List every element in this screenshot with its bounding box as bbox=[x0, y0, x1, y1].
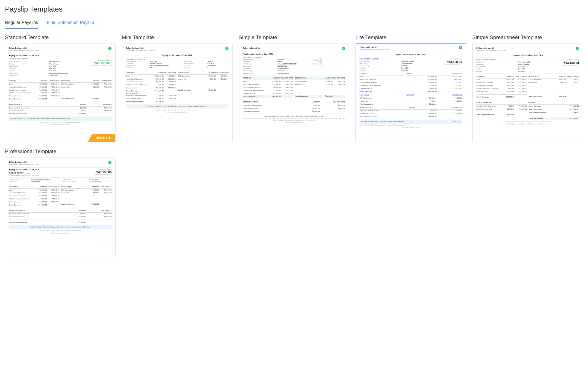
value: 28 bbox=[318, 58, 323, 62]
col-header: EARNINGS bbox=[126, 72, 151, 74]
cell: Total Reimbursements bbox=[360, 116, 411, 118]
cell: ₹3,000.00 bbox=[554, 79, 566, 81]
cell: Children education Allowance bbox=[477, 88, 502, 90]
netpay-sub: Paid Days : 28 | LOP Days : 03 bbox=[94, 174, 111, 176]
cell: ₹ 75,000.00 bbox=[437, 76, 462, 78]
template-card-spreadsheet[interactable]: Zylker India pvt. ltd 14 Elm Street Chen… bbox=[472, 43, 583, 142]
col-header: EARNINGS bbox=[243, 77, 268, 79]
value: Software Engineer bbox=[150, 63, 182, 65]
cell: House Rent Allowance bbox=[9, 86, 34, 88]
total-net-payable: Total Net Payable ₹43,150.00 (Rupees For… bbox=[9, 117, 111, 121]
template-card-standard[interactable]: Zylker India pvt. ltd 14 Elm Street Chen… bbox=[5, 43, 116, 142]
cell: ₹850.00 bbox=[554, 82, 566, 84]
cell: ₹18,000.00 bbox=[514, 91, 527, 93]
payslip-preview: Zylker India pvt. ltd 14 Elm Street Chen… bbox=[5, 44, 115, 129]
col-header: AMOUNT bbox=[320, 77, 333, 79]
tab-final-settlement-payslip[interactable]: Final Settlement Payslip bbox=[47, 20, 94, 29]
cell: ₹9,000.00 bbox=[437, 82, 462, 84]
cell: ₹3,000.00 bbox=[203, 75, 216, 77]
cell: ₹25,000.00 bbox=[34, 83, 47, 85]
cell: ₹44,500.00 bbox=[34, 98, 47, 100]
label: Designation bbox=[477, 63, 518, 65]
cell: ₹2,550.00 bbox=[99, 192, 112, 194]
cell: Income Tax bbox=[178, 78, 203, 80]
col-header: Amount bbox=[60, 104, 86, 106]
cell: ₹500.00 bbox=[34, 198, 47, 200]
cell: Other Allowance bbox=[360, 88, 411, 90]
cell: ₹30,000.00 bbox=[281, 84, 293, 86]
value: 21-09-2014 bbox=[277, 70, 310, 72]
value: 28 bbox=[150, 67, 182, 69]
value: Preet Setty bbox=[277, 58, 310, 60]
cell: Basic bbox=[126, 75, 151, 77]
col-header: EARNINGS bbox=[477, 75, 502, 78]
template-card-simple[interactable]: Zylker India pvt. ltd Z Payslip for the … bbox=[239, 43, 349, 142]
logo-icon: Z bbox=[459, 46, 462, 49]
cell: ₹2,550.00 bbox=[333, 84, 345, 86]
value: AA/AAA/0000000/000/0000001 bbox=[31, 179, 61, 181]
col-header: AMOUNT bbox=[409, 107, 415, 109]
label: LOP Days bbox=[312, 63, 318, 65]
value: June - 2020 bbox=[401, 67, 443, 69]
col-header: AMOUNT bbox=[406, 73, 412, 75]
cell: EPF Contribution bbox=[529, 79, 554, 81]
label: Employee Name bbox=[9, 61, 49, 63]
col-header: DEDUCTIONS bbox=[178, 72, 203, 74]
cell: ₹1,500.00 bbox=[514, 88, 527, 90]
col-header: AMOUNT bbox=[34, 186, 47, 188]
value: ₹2,500.00 bbox=[571, 112, 579, 114]
tab-regular-payslips[interactable]: Regular Payslips bbox=[5, 20, 38, 29]
template-card-mini[interactable]: Zylker India pvt. ltd 14 Elm Street Chen… bbox=[122, 43, 232, 142]
cell: House Rent Allowance bbox=[9, 192, 34, 194]
template-lite: Lite Template Zylker India pvt. ltd 14 E… bbox=[355, 34, 466, 142]
netpay-amount: ₹43,150.00 bbox=[445, 60, 462, 64]
label: Employee Name bbox=[126, 61, 148, 63]
cell: ₹25,000.00 bbox=[411, 76, 436, 78]
logo-icon: Z bbox=[108, 161, 111, 164]
value: ₹43,150.00 bbox=[569, 118, 578, 120]
cell: ₹2,000.00 bbox=[60, 216, 86, 218]
col-header: AMOUNT bbox=[60, 210, 86, 212]
template-card-professional[interactable]: Zylker India pvt. ltd 14 Elm Street Chen… bbox=[5, 157, 116, 256]
cell: Basic bbox=[477, 79, 502, 81]
cell: ₹6,000.00 bbox=[34, 95, 47, 97]
cell: ₹500.00 bbox=[60, 107, 86, 109]
value: 101459378581 bbox=[277, 65, 310, 67]
cell: ₹2,500.00 bbox=[411, 116, 436, 118]
cell: Total Deductions bbox=[61, 98, 86, 100]
payslip-month: Payslip for the month of June, 2020 bbox=[360, 52, 462, 57]
cell: ₹10,000.00 bbox=[34, 86, 47, 88]
cell: Telephone Reimbursement bbox=[126, 95, 151, 97]
label: Employee Name bbox=[243, 58, 275, 60]
cell: ₹10,000.00 bbox=[268, 84, 281, 86]
label: Employee No bbox=[243, 61, 275, 63]
company-address: 14 Elm Street Chennai Tamil Nadu 600071 … bbox=[477, 50, 506, 52]
cell: ₹6,000.00 bbox=[86, 216, 111, 218]
cell: ₹9,000.00 bbox=[566, 79, 579, 81]
netpay-sub: Paid Days : 28 | LOP Days : 03 bbox=[562, 65, 579, 66]
cell: Telephone Reimbursement bbox=[477, 105, 502, 107]
payslip-preview: Zylker India pvt. ltd 14 Elm Street Chen… bbox=[122, 44, 232, 117]
cell: ₹ 75,000.00 bbox=[47, 189, 59, 191]
col-header: Year to date bbox=[99, 80, 112, 82]
col-header: REIMBURSEMENTS bbox=[477, 102, 502, 104]
template-title: Mini Template bbox=[122, 34, 232, 40]
label: Total Deductions bbox=[529, 109, 542, 111]
cell: ₹10,000.00 bbox=[411, 79, 436, 81]
cell: ₹500.00 bbox=[34, 92, 47, 94]
col-header: YEAR TO DATE bbox=[320, 101, 345, 103]
netpay-formula: NET PAY (Gross Earnings - Total Deductio… bbox=[361, 121, 404, 123]
value: Software Engineer bbox=[518, 63, 560, 65]
footer-note: -- This is system generated payslip. -- bbox=[360, 127, 462, 129]
cell: ₹6,000.00 bbox=[34, 201, 47, 203]
cell: ₹25,000.00 bbox=[151, 75, 164, 77]
cell: ₹500.00 bbox=[502, 105, 514, 107]
cell: Total Deductions bbox=[295, 95, 320, 98]
company-name: Zylker India pvt. ltd bbox=[477, 47, 506, 49]
cell: Other Allowance bbox=[126, 87, 151, 89]
cell: Children education Allowance bbox=[243, 90, 268, 92]
template-card-lite[interactable]: Zylker India pvt. ltd 14 Elm Street Chen… bbox=[355, 43, 466, 142]
cell: ₹9,000.00 bbox=[437, 97, 462, 99]
cell: ₹6,000.00 bbox=[502, 91, 514, 93]
cell: House Rent Allowance bbox=[477, 82, 502, 84]
